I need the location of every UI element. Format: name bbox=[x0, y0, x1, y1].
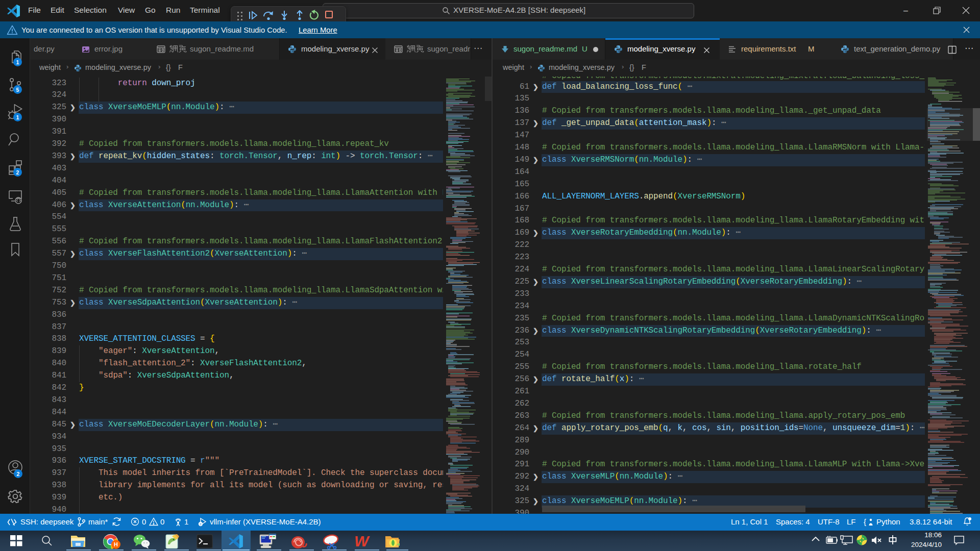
svg-text:H: H bbox=[114, 541, 118, 547]
